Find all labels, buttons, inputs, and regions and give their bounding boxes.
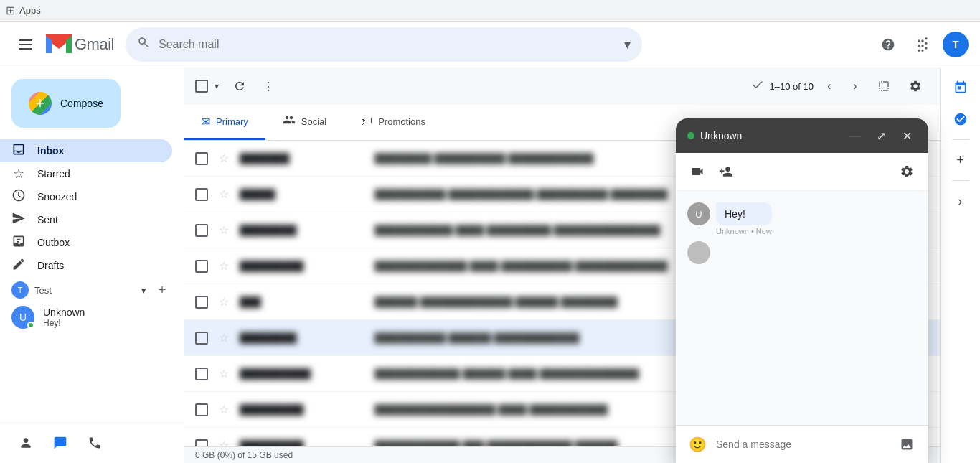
sidebar-item-inbox[interactable]: Inbox bbox=[0, 139, 172, 162]
compose-button[interactable]: + Compose bbox=[11, 79, 121, 128]
primary-tab-icon: ✉ bbox=[201, 115, 210, 128]
chat-info: Unknown Hey! bbox=[43, 307, 161, 328]
next-page-button[interactable]: › bbox=[845, 76, 865, 96]
star-button[interactable]: ☆ bbox=[214, 400, 234, 420]
inbox-icon bbox=[11, 142, 26, 160]
email-sender: ██████████ bbox=[240, 368, 369, 380]
expand-sidebar-button[interactable]: › bbox=[946, 187, 975, 215]
star-button[interactable]: ☆ bbox=[214, 436, 234, 447]
email-sender: ███ bbox=[240, 296, 369, 308]
sent-label: Sent bbox=[37, 214, 58, 225]
email-checkbox[interactable] bbox=[195, 332, 208, 345]
image-attach-button[interactable] bbox=[894, 431, 920, 457]
promotions-tab-label: Promotions bbox=[378, 116, 425, 127]
email-checkbox[interactable] bbox=[195, 260, 208, 273]
sidebar-section-test[interactable]: T Test ▾ + bbox=[0, 277, 184, 303]
people-button[interactable] bbox=[11, 429, 40, 457]
chat-window: Unknown — ⤢ ✕ U Hey! Unknown • Now bbox=[676, 118, 928, 463]
email-checkbox[interactable] bbox=[195, 368, 208, 380]
promotions-tab-icon: 🏷 bbox=[361, 115, 372, 128]
starred-label: Starred bbox=[37, 168, 70, 179]
star-button[interactable]: ☆ bbox=[214, 292, 234, 312]
calendar-button[interactable] bbox=[946, 73, 975, 102]
compose-plus-icon: + bbox=[29, 92, 52, 115]
snoozed-label: Snoozed bbox=[37, 191, 77, 202]
pagination-info: 1–10 of 10 bbox=[770, 81, 814, 92]
prev-page-button[interactable]: ‹ bbox=[819, 76, 839, 96]
gmail-logo: Gmail bbox=[46, 34, 114, 55]
toolbar-left: ▾ ⋮ bbox=[195, 73, 281, 99]
grid-icon: ⊞ bbox=[6, 4, 15, 17]
expand-chat-button[interactable]: ⤢ bbox=[871, 126, 891, 146]
sidebar-item-snoozed[interactable]: Snoozed bbox=[0, 185, 172, 208]
add-chat-button[interactable]: + bbox=[152, 280, 172, 300]
minimize-chat-button[interactable]: — bbox=[845, 126, 865, 146]
header: Gmail ▾ T bbox=[0, 22, 980, 67]
emoji-button[interactable]: 🙂 bbox=[684, 431, 710, 457]
chat-message-input[interactable] bbox=[716, 439, 888, 450]
settings-button[interactable] bbox=[903, 73, 928, 99]
email-checkbox[interactable] bbox=[195, 224, 208, 237]
select-dropdown-button[interactable]: ▾ bbox=[209, 73, 224, 99]
apps-label-area: ⊞ Apps bbox=[6, 4, 41, 17]
email-checkbox[interactable] bbox=[195, 403, 208, 416]
close-chat-button[interactable]: ✕ bbox=[897, 126, 917, 146]
refresh-button[interactable] bbox=[227, 73, 253, 99]
add-person-button[interactable] bbox=[713, 159, 739, 184]
chat-button[interactable] bbox=[46, 429, 75, 457]
search-input[interactable] bbox=[159, 38, 616, 51]
sidebar-item-starred[interactable]: ☆ Starred bbox=[0, 162, 172, 185]
menu-icon bbox=[19, 39, 32, 50]
tab-primary[interactable]: ✉ Primary bbox=[184, 105, 265, 140]
sidebar: + Compose Inbox ☆ Starred Snoozed Sent bbox=[0, 67, 184, 463]
view-options-button[interactable] bbox=[871, 73, 897, 99]
tasks-button[interactable] bbox=[946, 105, 975, 134]
separator: • bbox=[751, 227, 756, 235]
drafts-icon bbox=[11, 257, 26, 275]
email-sender: █████████ bbox=[240, 404, 369, 416]
sidebar-item-drafts[interactable]: Drafts bbox=[0, 254, 172, 277]
message-time: Now bbox=[756, 227, 772, 235]
email-sender: █████ bbox=[240, 189, 369, 200]
checkmark-icon bbox=[751, 78, 764, 95]
star-button[interactable]: ☆ bbox=[214, 149, 234, 169]
star-button[interactable]: ☆ bbox=[214, 184, 234, 205]
chat-input-area: 🙂 bbox=[676, 425, 928, 463]
email-sender: █████████ bbox=[240, 440, 369, 447]
hamburger-button[interactable] bbox=[11, 30, 40, 59]
account-avatar[interactable]: T bbox=[943, 32, 969, 57]
email-checkbox[interactable] bbox=[195, 296, 208, 309]
help-button[interactable] bbox=[874, 30, 903, 59]
apps-grid-button[interactable] bbox=[908, 30, 937, 59]
star-button[interactable]: ☆ bbox=[214, 256, 234, 276]
chat-last-message: Hey! bbox=[43, 318, 161, 328]
tab-promotions[interactable]: 🏷 Promotions bbox=[344, 105, 443, 140]
tab-social[interactable]: Social bbox=[265, 105, 344, 140]
message-sender: Unknown bbox=[716, 227, 749, 235]
phone-button[interactable] bbox=[80, 429, 109, 457]
storage-info: 0 GB (0%) of 15 GB used bbox=[195, 450, 293, 460]
svg-rect-1 bbox=[19, 44, 32, 45]
unknown-avatar: U bbox=[11, 306, 34, 329]
more-options-button[interactable]: ⋮ bbox=[255, 73, 281, 99]
chat-settings-button[interactable] bbox=[894, 159, 920, 184]
add-addon-button[interactable]: + bbox=[946, 146, 975, 174]
chat-name: Unknown bbox=[43, 307, 161, 318]
star-button[interactable]: ☆ bbox=[214, 220, 234, 240]
typing-avatar bbox=[687, 241, 710, 264]
message-row: U Hey! Unknown • Now bbox=[687, 202, 917, 235]
video-call-button[interactable] bbox=[684, 159, 710, 184]
select-all-checkbox[interactable] bbox=[195, 80, 208, 93]
email-checkbox[interactable] bbox=[195, 188, 208, 201]
email-checkbox[interactable] bbox=[195, 152, 208, 165]
sidebar-item-outbox[interactable]: Outbox bbox=[0, 231, 172, 254]
email-sender: ████████ bbox=[240, 225, 369, 236]
sidebar-divider2 bbox=[952, 180, 969, 181]
search-dropdown-icon[interactable]: ▾ bbox=[624, 37, 631, 52]
star-button[interactable]: ☆ bbox=[214, 328, 234, 348]
sidebar-item-sent[interactable]: Sent bbox=[0, 208, 172, 231]
star-button[interactable]: ☆ bbox=[214, 364, 234, 384]
chat-item-unknown[interactable]: U Unknown Hey! bbox=[0, 303, 172, 332]
email-checkbox[interactable] bbox=[195, 439, 208, 447]
right-sidebar: + › bbox=[940, 67, 980, 463]
